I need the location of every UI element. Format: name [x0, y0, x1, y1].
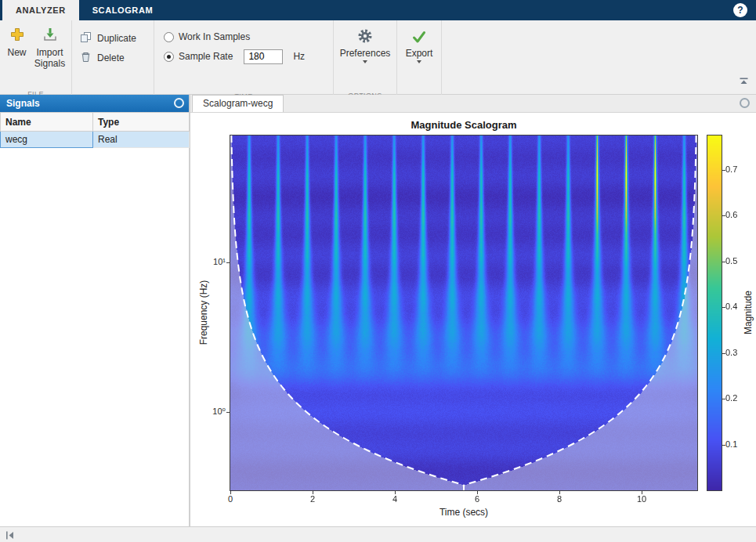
- x-tick-mark: [642, 491, 642, 494]
- tab-scalogram[interactable]: SCALOGRAM: [79, 0, 167, 20]
- toolstrip-ribbon: New Import Signals FILE Duplicate: [0, 20, 756, 95]
- sample-rate-label: Sample Rate: [179, 51, 233, 62]
- collapse-panel-icon[interactable]: [5, 529, 15, 542]
- export-label[interactable]: Export: [406, 48, 433, 59]
- colorbar-tick-mark: [722, 399, 725, 399]
- plot-title: Magnitude Scalogram: [230, 119, 697, 131]
- signal-name-cell[interactable]: wecg: [1, 132, 93, 148]
- delete-icon: [80, 51, 92, 65]
- toolstrip-tab-bar: ANALYZER SCALOGRAM ?: [0, 0, 756, 20]
- signals-panel: Signals Name Type wecgReal: [0, 95, 190, 526]
- scalogram-plot: Magnitude Scalogram Frequency (Hz) Time …: [190, 113, 756, 526]
- sample-rate-option[interactable]: Sample Rate Hz: [164, 49, 333, 64]
- colorbar-tick-label: 0.1: [725, 439, 747, 449]
- x-tick-label: 4: [385, 494, 405, 504]
- x-tick-label: 8: [549, 494, 570, 504]
- colorbar-tick-label: 0.2: [725, 393, 747, 403]
- panel-options-icon[interactable]: [174, 98, 184, 108]
- signals-panel-header: Signals: [0, 95, 189, 112]
- sample-rate-input[interactable]: [244, 49, 283, 64]
- import-icon: [42, 27, 58, 45]
- import-signals-label: Import Signals: [33, 48, 67, 70]
- column-header-name: Name: [1, 113, 93, 132]
- section-options: Preferences OPTIONS: [334, 20, 397, 102]
- colorbar-label: Magnitude: [743, 291, 754, 334]
- x-tick-label: 6: [467, 494, 487, 504]
- wavelet-analyzer-app: ANALYZER SCALOGRAM ? New Import Signals …: [0, 0, 756, 542]
- help-icon[interactable]: ?: [733, 3, 747, 17]
- colorbar-tick-mark: [722, 353, 725, 354]
- colorbar-tick-mark: [722, 262, 725, 262]
- x-axis-label: Time (secs): [230, 507, 697, 518]
- work-in-samples-label: Work In Samples: [179, 31, 250, 42]
- x-tick-label: 10: [631, 494, 652, 504]
- work-in-samples-option[interactable]: Work In Samples: [164, 29, 333, 45]
- import-signals-button[interactable]: Import Signals: [33, 27, 67, 100]
- x-tick-mark: [477, 491, 478, 494]
- colorbar-tick-label: 0.7: [725, 164, 747, 174]
- collapse-toolstrip-icon[interactable]: [739, 76, 749, 90]
- panel-options-icon[interactable]: [740, 98, 750, 108]
- signal-type-cell[interactable]: Real: [93, 132, 190, 148]
- x-tick-mark: [230, 491, 231, 494]
- document-area: Scalogram-wecg Magnitude Scalogram Frequ…: [190, 95, 756, 526]
- ribbon-spacer: [442, 20, 756, 94]
- x-tick-mark: [559, 491, 560, 494]
- duplicate-icon: [80, 31, 92, 45]
- caret-down-icon[interactable]: [417, 60, 421, 63]
- colorbar: [707, 136, 722, 490]
- colorbar-tick-label: 0.4: [725, 302, 747, 311]
- new-button[interactable]: New: [5, 27, 30, 100]
- new-icon: [9, 27, 25, 45]
- check-icon[interactable]: [412, 30, 426, 46]
- colorbar-tick-mark: [722, 445, 725, 446]
- section-export: Export EXPORT: [397, 20, 442, 103]
- axes-area: [230, 136, 697, 490]
- colorbar-tick-label: 0.5: [725, 256, 747, 266]
- y-tick-mark: [226, 412, 230, 413]
- column-header-type: Type: [93, 113, 190, 132]
- duplicate-label: Duplicate: [97, 33, 136, 44]
- x-tick-mark: [395, 491, 396, 494]
- x-tick-mark: [313, 491, 313, 494]
- tab-analyzer[interactable]: ANALYZER: [2, 0, 79, 20]
- delete-button[interactable]: Delete: [80, 50, 154, 66]
- document-tab-bar: Scalogram-wecg: [190, 95, 756, 113]
- work-in-samples-radio[interactable]: [164, 32, 174, 42]
- table-row[interactable]: wecgReal: [1, 132, 190, 148]
- preferences-label[interactable]: Preferences: [340, 48, 391, 59]
- section-selected-signal: Duplicate Delete SELECTED SIGNAL: [72, 20, 154, 104]
- status-bar: [0, 526, 756, 542]
- signals-panel-title: Signals: [6, 98, 40, 109]
- y-tick-mark: [226, 262, 230, 263]
- colorbar-canvas: [707, 136, 722, 490]
- y-tick-label: 10¹: [199, 257, 226, 266]
- colorbar-tick-mark: [722, 170, 725, 171]
- gear-icon[interactable]: [357, 28, 373, 46]
- colorbar-tick-mark: [722, 307, 725, 308]
- x-tick-label: 0: [220, 494, 241, 504]
- caret-down-icon[interactable]: [363, 60, 367, 63]
- delete-label: Delete: [97, 52, 125, 63]
- colorbar-tick-mark: [722, 215, 725, 216]
- y-axis-label: Frequency (Hz): [198, 280, 209, 345]
- section-file: New Import Signals FILE: [0, 20, 72, 100]
- signals-table: Name Type wecgReal: [0, 112, 190, 148]
- duplicate-button[interactable]: Duplicate: [80, 31, 154, 46]
- colorbar-tick-label: 0.6: [725, 210, 747, 219]
- y-tick-label: 10⁰: [199, 406, 226, 417]
- x-tick-label: 2: [302, 494, 323, 504]
- tab-scalogram-wecg[interactable]: Scalogram-wecg: [192, 95, 284, 112]
- colorbar-tick-label: 0.3: [725, 348, 747, 357]
- section-time: Work In Samples Sample Rate Hz TIME: [154, 20, 334, 103]
- sample-rate-radio[interactable]: [164, 52, 174, 62]
- sample-rate-unit: Hz: [293, 51, 305, 62]
- new-label: New: [7, 48, 26, 59]
- scalogram-canvas[interactable]: [230, 136, 697, 490]
